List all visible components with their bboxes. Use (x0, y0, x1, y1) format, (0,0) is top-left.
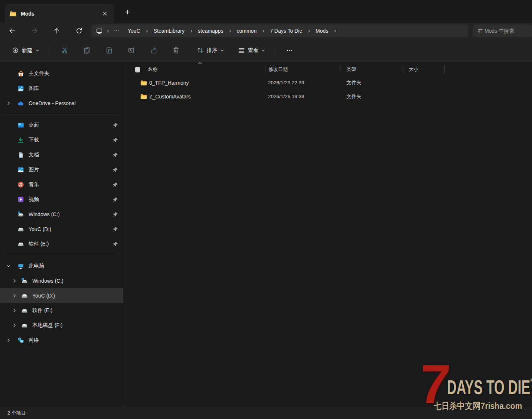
sidebar-item-drive-d[interactable]: YouC (D:) (0, 288, 123, 303)
status-bar-divider (37, 410, 37, 416)
file-row[interactable]: Z_CustomAvatars 2026/1/26 19:39 文件夹 (124, 90, 532, 103)
chevron-right-icon[interactable] (307, 26, 311, 36)
chevron-spacer (6, 123, 11, 128)
chevron-spacer (6, 241, 11, 247)
chevron-right-icon[interactable] (12, 323, 17, 328)
refresh-button[interactable] (73, 25, 85, 37)
titlebar: Mods (0, 0, 532, 23)
sort-button[interactable]: 排序 (192, 43, 228, 57)
chevron-right-icon[interactable] (105, 26, 110, 36)
column-header-size[interactable]: 大小 (404, 65, 445, 74)
tab-mods[interactable]: Mods (5, 4, 114, 23)
breadcrumb-overflow-button[interactable] (110, 26, 123, 36)
new-button[interactable]: 新建 (7, 44, 44, 57)
breadcrumb-segment[interactable]: YouC (123, 26, 145, 36)
pin-icon (112, 182, 118, 188)
sidebar-item-drive-c-pinned[interactable]: Windows (C:) (0, 207, 123, 222)
sidebar-item-gallery[interactable]: 图库 (0, 81, 123, 96)
chevron-spacer (6, 167, 11, 172)
forward-button[interactable] (28, 25, 41, 37)
paste-button[interactable] (102, 43, 117, 58)
folder-icon (10, 10, 16, 17)
search-input[interactable] (473, 25, 532, 37)
chevron-right-icon[interactable] (228, 26, 232, 36)
chevron-right-icon[interactable] (12, 293, 17, 298)
new-tab-button[interactable] (121, 6, 133, 17)
sidebar-item-pictures[interactable]: 图片 (0, 162, 123, 177)
chevron-right-icon[interactable] (6, 338, 11, 343)
chevron-spacer (6, 182, 11, 187)
file-explorer-window: Mods YouCSteamLibrarysteamappscommon7 Da… (0, 0, 532, 419)
sidebar-item-label: Windows (C:) (32, 278, 63, 284)
pin-icon (112, 211, 118, 217)
navigation-bar: YouCSteamLibrarysteamappscommon7 Days To… (0, 23, 532, 39)
share-button[interactable] (146, 43, 161, 58)
breadcrumb-segment[interactable]: Mods (311, 26, 333, 36)
chevron-right-icon[interactable] (261, 26, 265, 36)
sidebar-item-videos[interactable]: 视频 (0, 192, 123, 207)
rename-button[interactable] (124, 43, 139, 58)
desktop-icon (17, 122, 24, 129)
drive-icon (21, 322, 28, 329)
sidebar-item-desktop[interactable]: 桌面 (0, 118, 123, 133)
sidebar-item-downloads[interactable]: 下载 (0, 133, 123, 147)
up-button[interactable] (50, 25, 63, 37)
sidebar-item-drive-c[interactable]: Windows (C:) (0, 273, 123, 288)
chevron-down-icon[interactable] (6, 263, 11, 269)
pin-icon (112, 167, 118, 173)
back-button[interactable] (6, 25, 19, 37)
sidebar-item-documents[interactable]: 文档 (0, 147, 123, 162)
search-box (473, 25, 532, 37)
chevron-spacer (6, 86, 11, 91)
more-options-button[interactable] (283, 44, 297, 57)
new-button-label: 新建 (22, 47, 32, 54)
this-pc-icon (17, 263, 24, 269)
column-header-name[interactable]: 名称 (140, 65, 265, 74)
chevron-right-icon[interactable] (12, 278, 17, 283)
pin-icon (112, 137, 118, 143)
file-date-modified: 2026/1/29 22:39 (265, 80, 340, 85)
sort-ascending-caret-icon (198, 62, 202, 65)
sidebar-item-drive-f[interactable]: 本地磁盘 (F:) (0, 318, 123, 333)
music-icon (17, 181, 24, 188)
column-header-date-modified[interactable]: 修改日期 (265, 65, 340, 74)
sidebar-item-home[interactable]: 主文件夹 (0, 66, 123, 81)
file-row[interactable]: 0_TFP_Harmony 2026/1/29 22:39 文件夹 (124, 76, 532, 90)
copy-button[interactable] (79, 43, 94, 58)
sidebar-item-drive-d-pinned[interactable]: YouC (D:) (0, 222, 123, 237)
sidebar-item-label: 文档 (29, 152, 39, 158)
sidebar: 主文件夹 图库 OneDrive - Personal 桌面 下载 文档 图片 … (0, 62, 123, 407)
toolbar: 新建 排序 查看 (0, 39, 532, 62)
sidebar-item-network[interactable]: 网络 (0, 333, 123, 348)
breadcrumb-segment[interactable]: SteamLibrary (149, 26, 189, 36)
breadcrumb: YouCSteamLibrarysteamappscommon7 Days To… (91, 25, 468, 37)
breadcrumb-segment[interactable]: 7 Days To Die (265, 26, 307, 36)
file-name: 0_TFP_Harmony (149, 80, 189, 86)
drive-windows-icon (21, 277, 28, 284)
tab-title: Mods (21, 11, 35, 17)
sidebar-item-drive-e-pinned[interactable]: 软件 (E:) (0, 237, 123, 251)
chevron-right-icon[interactable] (333, 26, 337, 36)
view-button[interactable]: 查看 (234, 43, 270, 57)
sidebar-item-onedrive[interactable]: OneDrive - Personal (0, 96, 123, 111)
chevron-right-icon[interactable] (145, 26, 149, 36)
select-all-checkbox[interactable] (135, 67, 140, 72)
cut-button[interactable] (57, 43, 72, 58)
tab-close-button[interactable] (99, 9, 110, 19)
gallery-icon (17, 85, 24, 92)
chevron-right-icon[interactable] (189, 26, 193, 36)
sidebar-item-music[interactable]: 音乐 (0, 177, 123, 192)
drive-icon (21, 307, 28, 314)
column-header-type[interactable]: 类型 (340, 65, 404, 74)
breadcrumb-segment[interactable]: steamapps (193, 26, 228, 36)
sidebar-item-label: 主文件夹 (29, 70, 49, 77)
sidebar-item-drive-e[interactable]: 软件 (E:) (0, 303, 123, 318)
chevron-right-icon[interactable] (6, 101, 11, 106)
chevron-right-icon[interactable] (12, 308, 17, 313)
breadcrumb-segment[interactable]: common (232, 26, 261, 36)
sidebar-item-this-pc[interactable]: 此电脑 (0, 259, 123, 273)
toolbar-divider (49, 46, 49, 55)
pictures-icon (17, 166, 24, 173)
delete-button[interactable] (169, 43, 183, 58)
this-pc-breadcrumb-button[interactable] (93, 26, 105, 36)
